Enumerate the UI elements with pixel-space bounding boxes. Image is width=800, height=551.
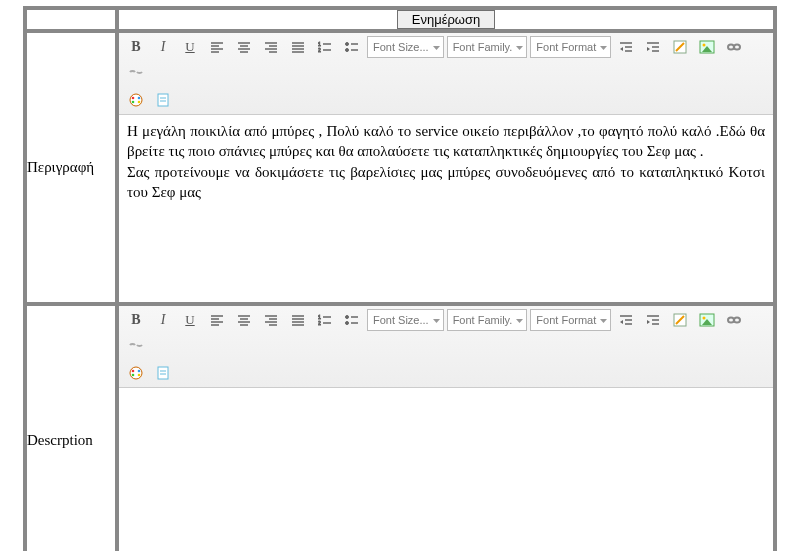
unlink-button[interactable] — [124, 334, 148, 356]
edit-html-button[interactable] — [668, 309, 692, 331]
font-size-select[interactable]: Font Size... — [367, 36, 444, 58]
svg-point-42 — [132, 97, 135, 100]
font-format-select[interactable]: Font Format — [530, 309, 611, 331]
chevron-down-icon — [432, 43, 441, 52]
svg-point-69 — [346, 316, 349, 319]
font-family-label: Font Family. — [453, 41, 513, 53]
svg-point-89 — [734, 318, 740, 323]
align-left-button[interactable] — [205, 36, 229, 58]
svg-point-90 — [130, 367, 142, 379]
svg-marker-73 — [433, 319, 440, 323]
svg-marker-81 — [647, 320, 650, 324]
editor-perigrafi: B I U 12 Font Size... Font Family. Font … — [119, 33, 773, 302]
svg-point-93 — [132, 374, 135, 377]
font-format-label: Font Format — [536, 314, 596, 326]
ordered-list-button[interactable]: 12 — [313, 36, 337, 58]
chevron-down-icon — [515, 43, 524, 52]
bold-button[interactable]: B — [124, 36, 148, 58]
empty-label-cell — [25, 8, 117, 31]
svg-point-91 — [132, 370, 135, 373]
svg-point-86 — [703, 317, 706, 320]
link-button[interactable] — [722, 36, 746, 58]
insert-doc-button[interactable] — [151, 362, 175, 384]
link-button[interactable] — [722, 309, 746, 331]
svg-rect-95 — [158, 367, 168, 379]
color-picker-button[interactable] — [124, 89, 148, 111]
align-justify-button[interactable] — [286, 309, 310, 331]
underline-button[interactable]: U — [178, 309, 202, 331]
svg-point-45 — [138, 101, 141, 104]
row-label-perigrafi: Περιγραφή — [25, 31, 117, 304]
svg-text:2: 2 — [318, 47, 321, 53]
svg-point-40 — [734, 45, 740, 50]
svg-point-21 — [346, 49, 349, 52]
font-size-select[interactable]: Font Size... — [367, 309, 444, 331]
svg-text:2: 2 — [318, 320, 321, 326]
unordered-list-button[interactable] — [340, 36, 364, 58]
italic-button[interactable]: I — [151, 309, 175, 331]
svg-point-20 — [346, 43, 349, 46]
svg-marker-25 — [516, 46, 523, 50]
svg-marker-77 — [620, 320, 623, 324]
svg-marker-74 — [516, 319, 523, 323]
align-right-button[interactable] — [259, 36, 283, 58]
unordered-list-button[interactable] — [340, 309, 364, 331]
insert-image-button[interactable] — [695, 36, 719, 58]
toolbar-description: B I U 12 Font Size... Font Family. Font … — [119, 306, 773, 388]
font-size-label: Font Size... — [373, 41, 429, 53]
font-size-label: Font Size... — [373, 314, 429, 326]
svg-point-92 — [138, 370, 141, 373]
insert-image-button[interactable] — [695, 309, 719, 331]
indent-button[interactable] — [641, 36, 665, 58]
align-left-button[interactable] — [205, 309, 229, 331]
chevron-down-icon — [515, 316, 524, 325]
svg-point-44 — [132, 101, 135, 104]
insert-doc-button[interactable] — [151, 89, 175, 111]
align-right-button[interactable] — [259, 309, 283, 331]
svg-point-43 — [138, 97, 141, 100]
italic-button[interactable]: I — [151, 36, 175, 58]
chevron-down-icon — [599, 43, 608, 52]
font-format-label: Font Format — [536, 41, 596, 53]
font-family-label: Font Family. — [453, 314, 513, 326]
svg-marker-75 — [600, 319, 607, 323]
svg-marker-28 — [620, 47, 623, 51]
svg-marker-24 — [433, 46, 440, 50]
row-label-description: Descrption — [25, 304, 117, 551]
chevron-down-icon — [432, 316, 441, 325]
content-paragraph: Η μεγάλη ποικιλία από μπύρες , Πολύ καλό… — [127, 121, 765, 162]
font-family-select[interactable]: Font Family. — [447, 309, 528, 331]
editor-description: B I U 12 Font Size... Font Family. Font … — [119, 306, 773, 551]
font-family-select[interactable]: Font Family. — [447, 36, 528, 58]
underline-button[interactable]: U — [178, 36, 202, 58]
svg-marker-26 — [600, 46, 607, 50]
indent-button[interactable] — [641, 309, 665, 331]
editor-table: Ενημέρωση Περιγραφή B I U 12 Font Size..… — [23, 6, 777, 551]
bold-button[interactable]: B — [124, 309, 148, 331]
chevron-down-icon — [599, 316, 608, 325]
content-description[interactable] — [119, 388, 773, 551]
svg-rect-46 — [158, 94, 168, 106]
svg-point-70 — [346, 322, 349, 325]
align-center-button[interactable] — [232, 309, 256, 331]
font-format-select[interactable]: Font Format — [530, 36, 611, 58]
align-center-button[interactable] — [232, 36, 256, 58]
svg-point-41 — [130, 94, 142, 106]
align-justify-button[interactable] — [286, 36, 310, 58]
ordered-list-button[interactable]: 12 — [313, 309, 337, 331]
svg-point-37 — [703, 44, 706, 47]
unlink-button[interactable] — [124, 61, 148, 83]
content-perigrafi[interactable]: Η μεγάλη ποικιλία από μπύρες , Πολύ καλό… — [119, 115, 773, 302]
toolbar-perigrafi: B I U 12 Font Size... Font Family. Font … — [119, 33, 773, 115]
svg-marker-32 — [647, 47, 650, 51]
color-picker-button[interactable] — [124, 362, 148, 384]
outdent-button[interactable] — [614, 36, 638, 58]
outdent-button[interactable] — [614, 309, 638, 331]
svg-point-94 — [138, 374, 141, 377]
content-paragraph: Σας προτείνουμε να δοκιμάσετε τις βαρελί… — [127, 162, 765, 203]
edit-html-button[interactable] — [668, 36, 692, 58]
update-button[interactable]: Ενημέρωση — [397, 10, 496, 29]
